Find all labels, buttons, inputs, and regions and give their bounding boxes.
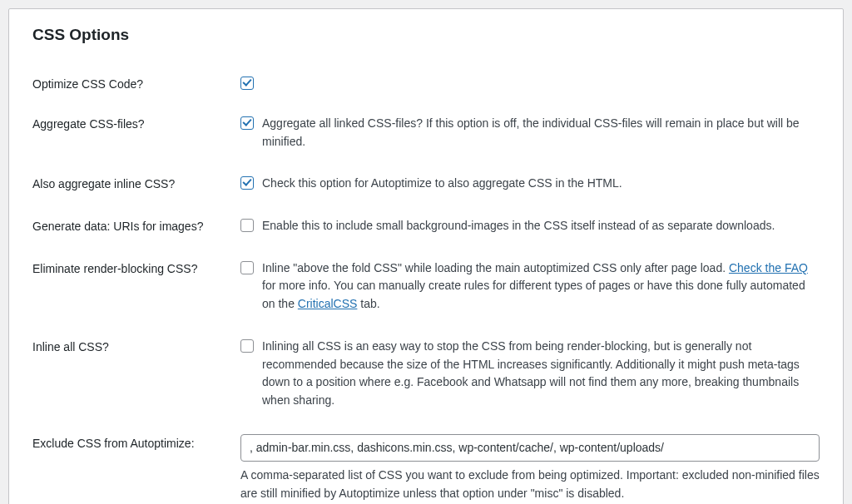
row-exclude-css: Exclude CSS from Autoptimize: A comma-se… — [32, 423, 820, 504]
desc-aggregate-inline-css: Check this option for Autoptimize to als… — [262, 175, 820, 193]
link-check-faq[interactable]: Check the FAQ — [729, 261, 808, 274]
row-optimize-css: Optimize CSS Code? — [32, 64, 820, 104]
desc-aggregate-css: Aggregate all linked CSS-files? If this … — [262, 115, 820, 151]
options-table: Optimize CSS Code? Aggregate CSS-files? … — [32, 64, 820, 504]
link-criticalcss[interactable]: CriticalCSS — [298, 297, 358, 310]
label-inline-all-css: Inline all CSS? — [32, 327, 240, 423]
label-aggregate-css: Aggregate CSS-files? — [32, 104, 240, 164]
text-part1: Inline "above the fold CSS" while loadin… — [262, 261, 729, 274]
row-inline-all-css: Inline all CSS? Inlining all CSS is an e… — [32, 327, 820, 423]
label-optimize-css: Optimize CSS Code? — [32, 64, 240, 104]
checkbox-optimize-css[interactable] — [240, 77, 254, 90]
section-title: CSS Options — [32, 26, 820, 44]
desc-eliminate-render-blocking: Inline "above the fold CSS" while loadin… — [262, 259, 820, 314]
label-exclude-css: Exclude CSS from Autoptimize: — [32, 423, 240, 504]
desc-data-uris: Enable this to include small background-… — [262, 217, 820, 235]
row-eliminate-render-blocking: Eliminate render-blocking CSS? Inline "a… — [32, 249, 820, 327]
row-aggregate-inline-css: Also aggregate inline CSS? Check this op… — [32, 164, 820, 206]
label-eliminate-render-blocking: Eliminate render-blocking CSS? — [32, 249, 240, 327]
label-aggregate-inline-css: Also aggregate inline CSS? — [32, 164, 240, 206]
input-exclude-css[interactable] — [240, 434, 820, 462]
help-exclude-css: A comma-separated list of CSS you want t… — [240, 467, 820, 502]
label-data-uris: Generate data: URIs for images? — [32, 206, 240, 249]
row-data-uris: Generate data: URIs for images? Enable t… — [32, 206, 820, 249]
row-aggregate-css: Aggregate CSS-files? Aggregate all linke… — [32, 104, 820, 164]
checkbox-aggregate-inline-css[interactable] — [240, 176, 254, 190]
checkbox-data-uris[interactable] — [240, 219, 254, 232]
desc-inline-all-css: Inlining all CSS is an easy way to stop … — [262, 338, 820, 410]
text-part3: tab. — [357, 297, 379, 310]
checkbox-eliminate-render-blocking[interactable] — [240, 261, 254, 274]
css-options-panel: CSS Options Optimize CSS Code? Aggregate… — [8, 8, 844, 504]
checkbox-aggregate-css[interactable] — [240, 116, 254, 130]
checkbox-inline-all-css[interactable] — [240, 339, 254, 353]
